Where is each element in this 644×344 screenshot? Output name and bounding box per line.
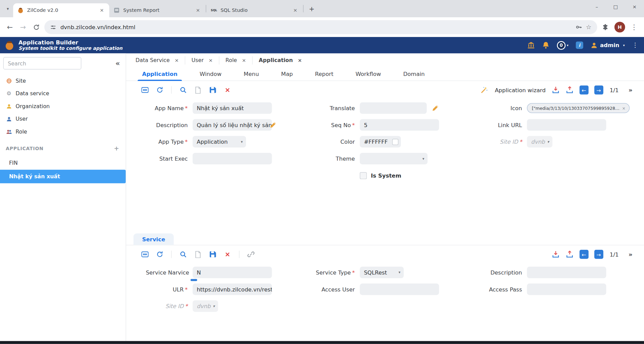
search-icon[interactable] [179,250,187,258]
seq-no-input[interactable]: 5 [360,119,439,131]
color-input[interactable]: #FFFFFF [360,136,401,147]
site-info-icon[interactable] [50,24,56,30]
sidebar-item-role[interactable]: Role [0,125,126,138]
browser-profile-avatar[interactable]: H [615,22,625,33]
tab-workflow[interactable]: Workflow [345,67,392,81]
home-bank-icon[interactable] [527,41,535,49]
tab-close-icon[interactable]: × [292,7,298,14]
counter-badge[interactable]: 0 ▾ [557,41,568,49]
browser-tab-sql-studio[interactable]: SQL SQL Studio × [207,3,303,17]
extensions-icon[interactable] [599,21,612,34]
app-type-select[interactable]: Application [193,136,246,147]
password-key-icon[interactable] [575,24,582,30]
sidebar-item-data-service[interactable]: ⚙ Data service [0,87,126,100]
tab-search-icon[interactable]: ▾ [2,3,13,14]
tab-map[interactable]: Map [270,67,304,81]
link-icon[interactable] [247,250,255,258]
edit-pencil-icon[interactable] [269,121,277,129]
delete-icon[interactable]: × [224,250,232,258]
refresh-button[interactable] [29,21,43,34]
wizard-icon[interactable] [480,86,488,94]
browser-menu-kebab-icon[interactable]: ⋮ [628,21,641,34]
tab-application[interactable]: Application [131,67,189,81]
prev-page-button[interactable]: ← [579,250,588,259]
tab-report[interactable]: Report [304,67,345,81]
document-icon[interactable] [194,86,202,94]
fit-width-icon[interactable] [141,250,149,258]
search-icon[interactable] [179,86,187,94]
access-user-input[interactable] [360,284,439,295]
sidebar-app-nhat-ky-san-xuat[interactable]: Nhật ký sản xuất [0,170,126,183]
search-input[interactable] [3,57,81,69]
browser-tab-system-report[interactable]: System Report × [109,3,205,17]
window-close-button[interactable]: × [625,0,644,14]
save-icon[interactable] [209,86,217,94]
info-icon[interactable]: i [576,41,583,49]
start-exec-input[interactable] [193,153,272,164]
more-pages-icon[interactable]: » [628,251,632,258]
refresh-record-icon[interactable] [155,86,164,94]
tab-service[interactable]: Service [133,234,174,245]
bookmark-star-icon[interactable]: ☆ [586,23,591,31]
sidebar-item-user[interactable]: User [0,113,126,125]
icon-chip[interactable]: ["media/3/13/10/13033707599895928.... × [527,103,629,113]
sidebar-app-fin[interactable]: FIN [0,156,126,170]
import-icon[interactable] [552,250,560,258]
back-button[interactable]: ← [3,21,17,34]
delete-icon[interactable]: × [224,86,232,94]
forward-button[interactable]: → [16,21,29,34]
new-tab-button[interactable]: + [306,3,317,14]
url-text[interactable]: dvnb.zilcode.vn/index.html [60,24,571,30]
service-type-select[interactable]: SQLRest [360,267,404,278]
close-icon[interactable]: × [175,57,179,63]
service-site-id-select[interactable]: dvnb [193,300,218,312]
window-minimize-button[interactable]: – [587,0,606,14]
omnibox[interactable]: dvnb.zilcode.vn/index.html ☆ [44,20,597,34]
more-pages-icon[interactable]: » [628,86,632,94]
browser-tab-zilcode[interactable]: ZilCode v2.0 × [13,3,109,17]
refresh-record-icon[interactable] [155,250,164,258]
header-kebab-icon[interactable]: ⋮ [632,41,638,49]
export-icon[interactable] [565,86,574,94]
prev-page-button[interactable]: ← [579,85,588,95]
service-description-input[interactable] [527,267,606,278]
theme-select[interactable] [360,153,428,164]
user-menu[interactable]: admin ▾ [590,42,625,49]
ulr-input[interactable]: https://dvnb.zilcode.vn/rest/c [193,284,272,295]
doc-tab-data-service[interactable]: Data Service × [129,56,185,64]
app-name-input[interactable]: Nhật ký sản xuất [193,102,272,114]
access-pass-input[interactable] [527,284,606,295]
application-wizard-label[interactable]: Application wizard [495,87,546,93]
edit-pencil-icon[interactable] [432,104,439,112]
close-icon[interactable]: × [242,57,246,63]
window-maximize-button[interactable]: □ [606,0,625,14]
document-icon[interactable] [194,250,202,258]
site-id-select[interactable]: dvnb [527,136,552,147]
close-icon[interactable]: × [298,57,302,63]
save-icon[interactable] [209,250,217,258]
tab-close-icon[interactable]: × [195,7,201,14]
fit-width-icon[interactable] [141,86,149,94]
sidebar-item-site[interactable]: Site [0,74,126,87]
translate-input[interactable] [360,102,427,114]
sidebar-item-organization[interactable]: Organization [0,100,126,113]
doc-tab-role[interactable]: Role × [219,56,252,64]
is-system-checkbox[interactable] [360,172,367,179]
import-icon[interactable] [552,86,560,94]
next-page-button[interactable]: → [594,85,603,95]
export-icon[interactable] [565,250,574,258]
add-application-icon[interactable]: + [114,145,119,152]
tab-window[interactable]: Window [189,67,233,81]
tab-menu[interactable]: Menu [233,67,270,81]
doc-tab-application[interactable]: Application × [253,56,308,64]
service-name-input[interactable]: N [193,267,272,278]
tab-close-icon[interactable]: × [99,7,105,14]
link-url-input[interactable] [527,119,606,131]
remove-chip-icon[interactable]: × [622,106,625,110]
description-input[interactable]: Quản lý số liệu nhật ký sản xuất [193,119,272,131]
doc-tab-user[interactable]: User × [185,56,219,64]
notifications-bell-icon[interactable] [542,41,549,49]
next-page-button[interactable]: → [594,250,603,259]
collapse-sidebar-icon[interactable]: « [116,59,120,67]
close-icon[interactable]: × [209,57,213,63]
